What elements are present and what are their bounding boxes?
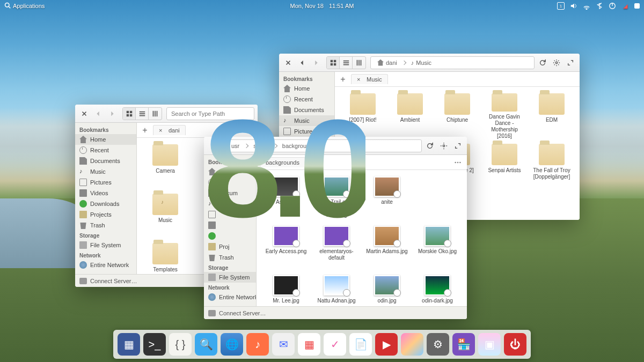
panel-date[interactable]: Mon, Nov 18 [290, 3, 324, 9]
dock-settings[interactable]: ⚙ [427, 333, 449, 356]
image-item[interactable]: Early Access.png [263, 226, 309, 272]
dock-music[interactable]: ♪ [246, 333, 269, 356]
sidebar-item-videos[interactable]: Videos [75, 188, 136, 198]
forward-button[interactable] [310, 57, 322, 69]
image-item[interactable]: anite [364, 176, 410, 223]
sidebar-item-filesystem[interactable]: File System [204, 272, 256, 283]
dock-terminal[interactable]: >_ [143, 333, 166, 356]
applications-menu[interactable]: Applications [4, 2, 45, 10]
titlebar[interactable] [75, 105, 258, 123]
connect-server-button[interactable]: Connect Server… [90, 278, 137, 284]
notification-icon[interactable]: ◢ [621, 2, 629, 10]
image-item[interactable]: odin-dark.jpg [414, 275, 460, 306]
sidebar-item-documents[interactable]: Docum [204, 188, 256, 198]
close-button[interactable] [282, 57, 294, 69]
image-item[interactable]: Mr. Lee.jpg [263, 275, 309, 306]
tab-dani[interactable]: ×dani [153, 125, 186, 135]
dock-code[interactable]: { } [169, 333, 192, 356]
icon-view-button[interactable] [327, 57, 340, 69]
image-item[interactable]: Ashim D [263, 176, 309, 223]
network-icon[interactable] [583, 2, 590, 10]
breadcrumb-music[interactable]: ♪ Music [409, 60, 434, 66]
dock-files[interactable]: ▦ [118, 333, 140, 356]
folder-item[interactable]: Templates [143, 243, 187, 274]
dock-power[interactable]: ⏻ [504, 333, 526, 356]
folder-item[interactable]: ♪Music [143, 194, 187, 240]
back-button[interactable] [92, 108, 104, 120]
sidebar-item-filesystem[interactable]: File System [75, 240, 136, 250]
connect-server-button[interactable]: Connect Server… [219, 310, 266, 316]
close-button[interactable] [78, 108, 90, 120]
image-item[interactable]: Martin Adams.jpg [364, 226, 410, 272]
tab-options-button[interactable] [452, 157, 464, 168]
tab-music[interactable]: ×Music [351, 74, 388, 84]
sidebar-item-recent[interactable]: Recent [279, 94, 334, 105]
sidebar-item-pictures[interactable] [204, 209, 256, 220]
sidebar-item-network[interactable]: Entire Network [204, 292, 256, 302]
refresh-button[interactable] [537, 57, 548, 69]
settings-button[interactable] [438, 140, 450, 152]
folder-item[interactable]: Camera [143, 144, 187, 190]
sidebar-item-trash[interactable]: Trash [204, 252, 256, 263]
sidebar-item-network[interactable]: Entire Network [75, 260, 136, 270]
folder-item[interactable]: Dance Gavin Dance - Mothership [2016] [483, 93, 526, 139]
breadcrumb[interactable]: usr [229, 143, 241, 149]
sidebar-item-home[interactable]: Home [279, 83, 334, 94]
folder-item[interactable]: Chiptune [436, 93, 479, 139]
close-button[interactable] [207, 140, 219, 152]
settings-button[interactable] [551, 57, 562, 69]
sidebar-item-home[interactable]: H [204, 166, 256, 177]
power-icon[interactable] [609, 2, 616, 10]
dock-mail[interactable]: ✉ [272, 333, 295, 356]
panel-time[interactable]: 11:51 AM [329, 3, 354, 9]
dock-search[interactable]: 🔍 [195, 333, 217, 356]
breadcrumb-home[interactable]: dani [375, 60, 399, 66]
sidebar-item-documents[interactable]: Documents [75, 156, 136, 166]
path-bar[interactable]: dani ♪ Music [370, 56, 535, 69]
dock-appcenter[interactable]: 🏪 [452, 333, 475, 356]
breadcrumb[interactable]: share [251, 143, 270, 149]
user-icon[interactable] [634, 3, 640, 9]
list-view-button[interactable] [136, 108, 149, 120]
volume-icon[interactable] [570, 2, 577, 10]
dock-web[interactable]: 🌐 [221, 333, 243, 356]
column-view-button[interactable] [149, 108, 162, 120]
dock-tasks[interactable]: ✓ [324, 333, 346, 356]
breadcrumb[interactable]: backgrounds [280, 143, 318, 149]
close-tab-icon[interactable]: × [357, 76, 363, 83]
image-item[interactable]: elementaryos-default [313, 226, 360, 272]
file-grid[interactable]: Ashim D A Trail of ootprints In The Sand… [257, 170, 467, 306]
sidebar-item-projects[interactable]: Projects [75, 209, 136, 220]
sidebar-item-pictures[interactable]: Pictures [75, 177, 136, 188]
path-bar[interactable]: usr share backgrounds [224, 139, 422, 152]
sidebar-item-downloads[interactable] [204, 231, 256, 241]
folder-item[interactable]: The Fall of Troy [Doppelgänger] [530, 144, 573, 190]
dock-videos[interactable]: ▶ [375, 333, 398, 356]
list-view-button[interactable] [340, 57, 353, 69]
folder-item[interactable]: Ambient [389, 93, 431, 139]
refresh-button[interactable] [424, 140, 436, 152]
sidebar-item-music[interactable]: ♪Music [279, 115, 334, 126]
sidebar-item-music[interactable]: ♪M [204, 198, 256, 209]
column-view-button[interactable] [353, 57, 365, 69]
dock-text[interactable]: 📄 [349, 333, 372, 356]
back-button[interactable] [296, 57, 308, 69]
sidebar-item-downloads[interactable]: Downloads [75, 198, 136, 209]
image-item[interactable]: Morskie Oko.jpg [414, 226, 460, 272]
sidebar-item-pictures[interactable]: Pictures [279, 126, 334, 137]
sidebar-item-trash[interactable]: Trash [75, 220, 136, 231]
sidebar-item-documents[interactable]: Documents [279, 105, 334, 115]
sidebar-item-videos[interactable] [204, 220, 256, 231]
titlebar[interactable]: dani ♪ Music [279, 54, 580, 72]
sidebar-item-recent[interactable]: Re [204, 177, 256, 188]
new-tab-button[interactable]: + [140, 125, 150, 135]
folder-item[interactable]: [2007] Riot! [341, 93, 384, 139]
folder-item[interactable]: Senpai Artists [483, 144, 526, 190]
image-item[interactable]: A Trail of ootprints In The Sand.jpg [313, 176, 360, 223]
dock-screenshot[interactable]: ▣ [478, 333, 501, 356]
maximize-button[interactable] [452, 140, 464, 152]
tab-backgrounds[interactable]: backgrounds [260, 157, 305, 167]
titlebar[interactable]: usr share backgrounds [204, 137, 467, 155]
keyboard-indicator-icon[interactable]: 1 [557, 2, 565, 10]
search-input[interactable] [171, 110, 250, 117]
